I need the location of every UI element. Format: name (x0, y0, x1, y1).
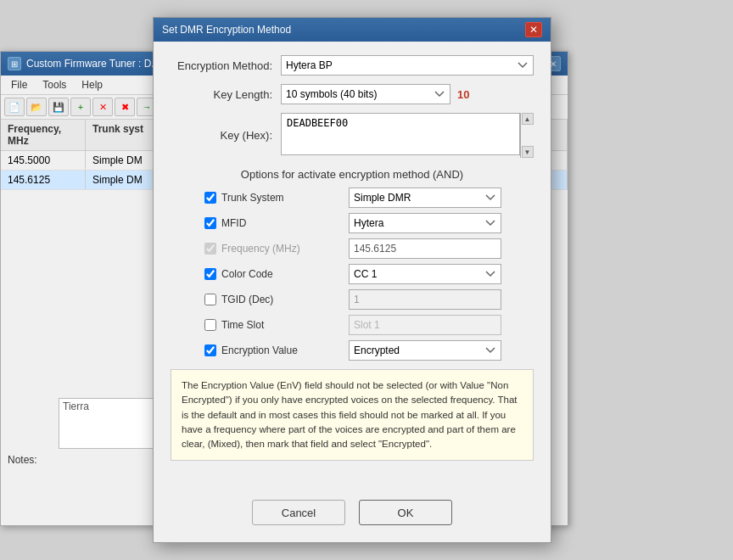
mfid-value[interactable]: Hytera (349, 213, 534, 233)
tgid-check-wrapper: TGID (Dec) (204, 294, 349, 305)
option-time-slot: Time Slot Slot 1 (171, 315, 534, 335)
row2-freq: 145.6125 (1, 171, 86, 189)
time-slot-select[interactable]: Slot 1 (349, 315, 501, 335)
toolbar-btn-1[interactable]: 📄 (4, 98, 25, 116)
key-hex-row: Key (Hex): ▲ ▼ (171, 113, 534, 158)
dialog-body: Encryption Method: Hytera BP Key Length:… (154, 42, 551, 483)
encryption-value-check-wrapper: Encryption Value (204, 344, 349, 356)
trunk-system-select[interactable]: Simple DMR (349, 188, 501, 208)
encryption-value-value[interactable]: Encrypted Non Encrypted Mixed (349, 340, 534, 361)
encryption-value-label: Encryption Value (221, 344, 298, 356)
trunk-system-value[interactable]: Simple DMR (349, 188, 534, 208)
mfid-check-wrapper: MFID (204, 217, 349, 229)
time-slot-check-wrapper: Time Slot (204, 319, 349, 331)
options-header: Options for activate encryption method (… (171, 168, 534, 181)
trunk-system-check-wrapper: Trunk System (204, 192, 349, 204)
scroll-down-arrow[interactable]: ▼ (522, 146, 534, 158)
tooltip-box: The Encryption Value (EnV) field should … (171, 369, 534, 461)
color-code-select[interactable]: CC 1 (349, 264, 501, 284)
dialog-footer: Cancel OK (154, 491, 551, 534)
frequency-check-wrapper: Frequency (MHz) (204, 243, 349, 255)
option-mfid: MFID Hytera (171, 213, 534, 233)
dialog-title: Set DMR Encryption Method (162, 24, 291, 36)
option-encryption-value: Encryption Value Encrypted Non Encrypted… (171, 340, 534, 361)
trunk-system-checkbox[interactable] (204, 192, 216, 204)
encryption-method-control[interactable]: Hytera BP (281, 55, 534, 76)
scroll-up-arrow[interactable]: ▲ (522, 113, 534, 125)
color-code-check-wrapper: Color Code (204, 268, 349, 280)
toolbar-btn-6[interactable]: ✖ (115, 98, 135, 116)
key-length-number: 10 (457, 88, 469, 101)
key-hex-wrapper: ▲ ▼ (281, 113, 534, 158)
key-length-select[interactable]: 10 symbols (40 bits) (281, 84, 450, 104)
color-code-label: Color Code (221, 268, 273, 280)
dialog-close-button[interactable]: ✕ (525, 22, 542, 37)
color-code-checkbox[interactable] (204, 268, 216, 280)
key-hex-scrollbar: ▲ ▼ (520, 113, 534, 158)
tgid-checkbox[interactable] (204, 294, 216, 305)
encryption-method-row: Encryption Method: Hytera BP (171, 55, 534, 76)
bg-window-title: Custom Firmware Tuner : D... (26, 58, 159, 70)
toolbar-btn-3[interactable]: 💾 (48, 98, 69, 116)
ok-button[interactable]: OK (359, 500, 452, 525)
bg-title-left: ⊞ Custom Firmware Tuner : D... (8, 57, 159, 70)
toolbar-btn-4[interactable]: + (70, 98, 91, 116)
cancel-button[interactable]: Cancel (252, 500, 345, 525)
frequency-checkbox[interactable] (204, 243, 216, 255)
notes-label: Notes: (8, 454, 37, 466)
time-slot-label: Time Slot (221, 319, 264, 331)
tooltip-text: The Encryption Value (EnV) field should … (182, 380, 518, 449)
tgid-label: TGID (Dec) (221, 294, 273, 305)
col-freq: Frequency, MHz (1, 120, 86, 150)
tgid-value[interactable] (349, 289, 534, 310)
mfid-select[interactable]: Hytera (349, 213, 501, 233)
trunk-system-label: Trunk System (221, 192, 284, 204)
key-length-control: 10 symbols (40 bits) 10 (281, 84, 534, 104)
frequency-value (349, 238, 534, 259)
encryption-value-select[interactable]: Encrypted Non Encrypted Mixed (349, 340, 501, 361)
frequency-label: Frequency (MHz) (221, 243, 300, 255)
mfid-label: MFID (221, 217, 246, 229)
option-trunk-system: Trunk System Simple DMR (171, 188, 534, 208)
menu-help[interactable]: Help (75, 77, 109, 92)
time-slot-value[interactable]: Slot 1 (349, 315, 534, 335)
row1-freq: 145.5000 (1, 151, 86, 170)
time-slot-checkbox[interactable] (204, 319, 216, 331)
encryption-value-checkbox[interactable] (204, 344, 216, 356)
dialog: Set DMR Encryption Method ✕ Encryption M… (153, 17, 551, 543)
menu-tools[interactable]: Tools (36, 77, 73, 92)
bg-app-icon: ⊞ (8, 57, 21, 70)
key-hex-label: Key (Hex): (171, 129, 281, 142)
option-tgid: TGID (Dec) (171, 289, 534, 310)
tgid-input[interactable] (349, 289, 501, 310)
key-length-label: Key Length: (171, 88, 281, 101)
toolbar-btn-2[interactable]: 📂 (26, 98, 47, 116)
key-length-row: Key Length: 10 symbols (40 bits) 10 (171, 84, 534, 104)
dialog-titlebar: Set DMR Encryption Method ✕ (154, 18, 551, 42)
option-color-code: Color Code CC 1 (171, 264, 534, 284)
option-frequency: Frequency (MHz) (171, 238, 534, 259)
encryption-method-label: Encryption Method: (171, 59, 281, 72)
frequency-input (349, 238, 501, 259)
mfid-checkbox[interactable] (204, 217, 216, 229)
menu-file[interactable]: File (4, 77, 34, 92)
color-code-value[interactable]: CC 1 (349, 264, 534, 284)
key-hex-input[interactable] (281, 113, 520, 155)
encryption-method-select[interactable]: Hytera BP (281, 55, 534, 76)
toolbar-btn-5[interactable]: ✕ (92, 98, 113, 116)
